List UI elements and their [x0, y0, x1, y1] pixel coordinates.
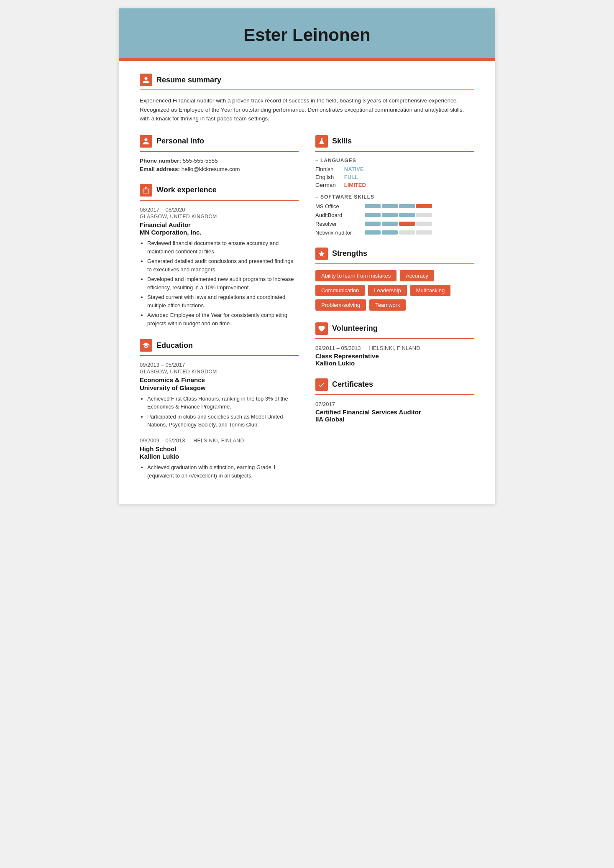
edu-degree-1: High School	[140, 445, 299, 453]
vol-date-0: 09/2011 – 05/2013	[315, 345, 361, 351]
personal-header: Personal info	[140, 135, 299, 148]
work-bullet-0-0: Reviewed financial documents to ensure a…	[147, 239, 299, 255]
email-row: Email address: hello@kickresume.com	[140, 166, 299, 172]
email-label: Email address:	[140, 166, 180, 172]
summary-header: Resume summary	[140, 74, 474, 86]
software-header: – SOFTWARE SKILLS	[315, 194, 474, 200]
briefcase-icon	[142, 186, 150, 194]
work-divider	[140, 200, 299, 201]
lang-level-0: NATIVE	[344, 166, 364, 172]
education-section: Education 09/2013 – 05/2017 GLASGOW, UNI…	[140, 339, 299, 480]
edu-bullets-1: Achieved graduation with distinction, ea…	[140, 463, 299, 480]
work-company-0: MN Corporation, Inc.	[140, 229, 299, 236]
education-title: Education	[156, 341, 193, 350]
work-section: Work experience 08/2017 – 08/2020 GLASGO…	[140, 184, 299, 328]
certificates-section: Certificates 07/2017 Certified Financial…	[315, 378, 474, 423]
certificates-title: Certificates	[332, 380, 373, 389]
languages-table: Finnish English German NATIVE	[315, 166, 474, 190]
education-header: Education	[140, 339, 299, 352]
language-names: Finnish English German	[315, 166, 336, 190]
vol-loc-0: HELSINKI, FINLAND	[369, 345, 420, 351]
edu-loc-1: HELSINKI, FINLAND	[193, 438, 244, 444]
personal-section: Personal info Phone number: 555-555-5555…	[140, 135, 299, 172]
edu-date-1: 09/2009 – 05/2013	[140, 437, 185, 444]
bar-0-0	[365, 204, 381, 208]
heart-icon	[318, 325, 325, 332]
work-location-0: GLASGOW, UNITED KINGDOM	[140, 214, 299, 220]
software-name-1: AuditBoard	[315, 212, 361, 218]
summary-text: Experienced Financial Auditor with a pro…	[140, 96, 474, 123]
summary-title: Resume summary	[156, 76, 221, 84]
strengths-icon	[315, 248, 328, 260]
bar-0-2	[399, 204, 415, 208]
skills-icon	[315, 135, 328, 148]
edu-entry-1: 09/2009 – 05/2013 HELSINKI, FINLAND High…	[140, 437, 299, 480]
flask-icon	[318, 138, 325, 145]
software-name-0: MS Office	[315, 203, 361, 209]
lang-level-row-1: FULL	[344, 174, 366, 180]
vol-org-0: Kallion Lukio	[315, 360, 474, 367]
bar-3-2	[399, 230, 415, 235]
bar-3-3	[416, 230, 432, 235]
edu-bullets-0: Achieved First Class Honours, ranking in…	[140, 395, 299, 429]
person-icon	[142, 76, 150, 84]
cert-entry-0: 07/2017 Certified Financial Services Aud…	[315, 401, 474, 423]
work-job-title-0: Financial Auditor	[140, 221, 299, 229]
strength-tag-1: Accuracy	[400, 270, 434, 281]
strength-tag-3: Leadership	[368, 285, 407, 296]
phone-label: Phone number:	[140, 158, 181, 164]
edu-bullet-1-0: Achieved graduation with distinction, ea…	[147, 463, 299, 480]
strength-tag-4: Multitasking	[410, 285, 451, 296]
volunteering-icon	[315, 322, 328, 335]
summary-icon	[140, 74, 152, 86]
volunteering-header: Volunteering	[315, 322, 474, 335]
right-column: Skills – LANGUAGES Finnish English	[315, 135, 474, 492]
work-title: Work experience	[156, 186, 217, 194]
phone-value: 555-555-5555	[183, 158, 218, 164]
strength-tag-0: Ability to learn from mistakes	[315, 270, 397, 281]
vol-date-loc-0: 09/2011 – 05/2013 HELSINKI, FINLAND	[315, 345, 474, 351]
personal-title: Personal info	[156, 137, 204, 146]
certificates-icon	[315, 378, 328, 391]
cert-date-0: 07/2017	[315, 401, 474, 407]
skills-divider	[315, 151, 474, 152]
lang-name-0: Finnish	[315, 166, 334, 172]
work-date-0: 08/2017 – 08/2020	[140, 207, 299, 213]
edu-school-1: Kallion Lukio	[140, 453, 299, 460]
edu-degree-0: Economics & Finance	[140, 376, 299, 384]
lang-level-row-2: LIMITED	[344, 182, 366, 188]
email-value: hello@kickresume.com	[182, 166, 240, 172]
bar-1-3	[416, 213, 432, 217]
bar-2-2	[399, 222, 415, 226]
edu-school-0: University of Glasgow	[140, 384, 299, 391]
left-column: Personal info Phone number: 555-555-5555…	[140, 135, 299, 492]
summary-section: Resume summary Experienced Financial Aud…	[140, 74, 474, 123]
summary-divider	[140, 89, 474, 90]
bar-1-0	[365, 213, 381, 217]
software-bars-3	[365, 230, 432, 235]
vol-title-0: Class Representative	[315, 352, 474, 360]
volunteering-section: Volunteering 09/2011 – 05/2013 HELSINKI,…	[315, 322, 474, 367]
strength-tag-6: Teamwork	[369, 299, 406, 311]
languages-header: – LANGUAGES	[315, 158, 474, 163]
software-row-1: AuditBoard	[315, 212, 474, 218]
strengths-grid: Ability to learn from mistakes Accuracy …	[315, 270, 474, 311]
bar-3-1	[382, 230, 398, 235]
work-bullet-0-3: Stayed current with laws and regulations…	[147, 293, 299, 309]
graduation-icon	[142, 342, 150, 349]
work-bullets-0: Reviewed financial documents to ensure a…	[140, 239, 299, 327]
software-row-2: Resolver	[315, 221, 474, 227]
person-icon-personal	[142, 138, 150, 145]
two-column-layout: Personal info Phone number: 555-555-5555…	[140, 135, 474, 492]
edu-date-0: 09/2013 – 05/2017	[140, 362, 299, 368]
education-divider	[140, 355, 299, 356]
volunteering-title: Volunteering	[332, 324, 378, 333]
strengths-divider	[315, 263, 474, 264]
software-name-3: Netwrix Auditor	[315, 230, 361, 236]
lang-row-1: English	[315, 174, 336, 180]
lang-row-2: German	[315, 182, 336, 188]
education-icon	[140, 339, 152, 352]
software-name-2: Resolver	[315, 221, 361, 227]
main-content: Resume summary Experienced Financial Aud…	[119, 61, 495, 504]
lang-row-0: Finnish	[315, 166, 336, 172]
